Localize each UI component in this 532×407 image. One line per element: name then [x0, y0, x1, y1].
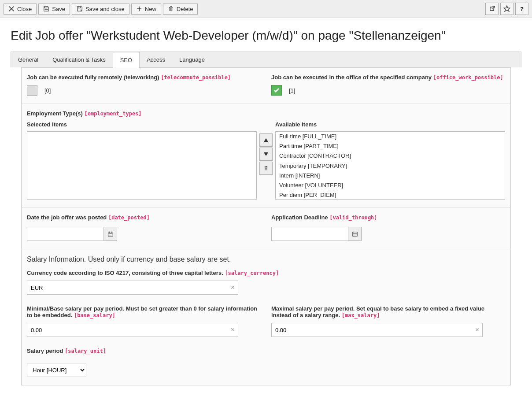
favorite-button[interactable] [500, 3, 514, 15]
office-label: Job can be executed in the office of the… [271, 74, 505, 81]
delete-button[interactable]: Delete [163, 4, 198, 15]
delete-label: Delete [177, 6, 193, 12]
save-label: Save [52, 6, 65, 12]
date-posted-input[interactable] [27, 227, 104, 241]
move-up-button[interactable] [259, 133, 273, 147]
save-close-label: Save and close [85, 6, 125, 12]
remove-item-button[interactable] [259, 162, 273, 175]
close-icon [8, 6, 15, 12]
list-item[interactable]: Per diem [PER_DIEM] [276, 190, 505, 200]
calendar-icon [352, 231, 358, 237]
date-posted-picker[interactable] [104, 227, 117, 241]
save-close-button[interactable]: Save and close [72, 4, 129, 15]
max-salary-input[interactable] [271, 323, 483, 337]
tab-qualification[interactable]: Qualification & Tasks [45, 52, 112, 67]
star-icon [503, 5, 510, 12]
clear-max-salary-button[interactable]: × [475, 326, 479, 334]
telecommute-checkbox[interactable] [27, 85, 37, 96]
clear-base-salary-button[interactable]: × [231, 326, 235, 334]
list-item[interactable]: Volunteer [VOLUNTEER] [276, 181, 505, 190]
currency-input[interactable] [27, 281, 238, 295]
base-salary-input[interactable] [27, 323, 238, 337]
telecommute-value: [0] [44, 87, 51, 94]
form-content: Job can be executed fully remotely (tele… [21, 67, 511, 385]
list-item[interactable]: Full time [FULL_TIME] [276, 132, 505, 141]
max-salary-label: Maximal salary per pay period. Set equal… [271, 305, 505, 318]
valid-through-label: Application Deadline [valid_through] [271, 214, 505, 221]
help-button[interactable]: ? [515, 3, 528, 15]
employment-label: Employment Type(s) [employment_types] [27, 110, 505, 117]
new-label: New [145, 6, 156, 12]
selected-items-list[interactable] [27, 131, 257, 200]
tab-language[interactable]: Language [172, 52, 212, 67]
tab-general[interactable]: General [11, 52, 45, 67]
tab-seo[interactable]: SEO [113, 52, 140, 68]
open-external-button[interactable] [485, 3, 499, 15]
list-item[interactable]: Temporary [TEMPORARY] [276, 161, 505, 171]
external-icon [488, 5, 495, 12]
save-close-icon [77, 6, 83, 12]
available-items-list[interactable]: Full time [FULL_TIME] Part time [PART_TI… [275, 131, 505, 200]
list-item[interactable]: Part time [PART_TIME] [276, 141, 505, 151]
base-salary-label: Minimal/Base salary per pay period. Must… [27, 305, 261, 318]
move-down-button[interactable] [259, 148, 273, 161]
check-icon [273, 87, 280, 94]
office-checkbox[interactable] [271, 85, 282, 96]
selected-items-heading: Selected Items [27, 121, 257, 128]
triangle-up-icon [263, 137, 269, 143]
calendar-icon [107, 231, 114, 237]
save-button[interactable]: Save [38, 4, 70, 15]
telecommute-label: Job can be executed fully remotely (tele… [27, 74, 261, 81]
clear-currency-button[interactable]: × [231, 284, 235, 292]
close-button[interactable]: Close [4, 4, 37, 15]
available-items-heading: Available Items [275, 121, 505, 128]
close-label: Close [17, 6, 32, 12]
salary-heading: Salary Information. Used only if currenc… [27, 255, 505, 263]
triangle-down-icon [263, 152, 269, 157]
tab-access[interactable]: Access [140, 52, 172, 67]
office-value: [1] [289, 87, 295, 94]
page-title: Edit Job offer "Werkstudent Web-Develope… [0, 18, 532, 52]
new-button[interactable]: New [131, 4, 161, 15]
valid-through-input[interactable] [271, 227, 348, 241]
help-label: ? [520, 6, 524, 12]
date-posted-label: Date the job offer was posted [date_post… [27, 214, 261, 221]
trash-icon [263, 166, 269, 171]
plus-icon [136, 6, 142, 12]
toolbar: Close Save Save and close New Delete ? [0, 0, 532, 18]
save-icon [43, 6, 49, 12]
salary-unit-label: Salary period [salary_unit] [27, 348, 505, 354]
trash-icon [168, 6, 174, 12]
tabs: General Qualification & Tasks SEO Access… [11, 52, 521, 67]
salary-unit-select[interactable]: Hour [HOUR] [27, 363, 86, 377]
list-item[interactable]: Intern [INTERN] [276, 171, 505, 181]
currency-label: Currency code according to ISO 4217, con… [27, 270, 505, 276]
list-item[interactable]: Contractor [CONTRACTOR] [276, 151, 505, 161]
valid-through-picker[interactable] [348, 227, 362, 241]
